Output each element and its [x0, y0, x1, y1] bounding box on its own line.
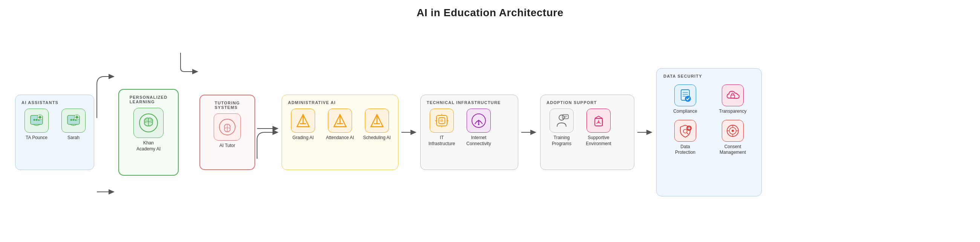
grading-ai-label: Grading AI — [293, 135, 314, 141]
khan-academy-icon — [134, 108, 164, 138]
attendance-ai-label: Attendance AI — [326, 135, 354, 141]
internet-connectivity-icon — [467, 108, 491, 133]
list-item: TrainingPrograms — [547, 108, 577, 146]
administrative-ai-label: ADMINISTRATIVE AI — [288, 100, 392, 105]
training-programs-label: TrainingPrograms — [552, 135, 571, 146]
list-item: Sarah — [59, 108, 89, 141]
personalized-learning-section: PERSONALIZEDLEARNING KhanAcademy AI — [118, 89, 179, 176]
list-item: InternetConnectivity — [464, 108, 494, 146]
svg-point-46 — [478, 124, 479, 125]
adoption-support-label: ADOPTION SUPPORT — [547, 100, 628, 105]
arrow-to-admin — [255, 22, 282, 242]
ai-assistants-items: TA Pounce — [21, 108, 88, 141]
list-item: ConsentManagement — [711, 120, 755, 156]
arrow-to-adoption — [520, 127, 539, 138]
personalized-learning-wrapper: PERSONALIZEDLEARNING KhanAcademy AI — [118, 89, 179, 176]
svg-point-62 — [685, 96, 691, 102]
ta-pounce-label: TA Pounce — [25, 135, 48, 141]
svg-point-15 — [76, 116, 78, 119]
arrow-to-personalized — [95, 65, 118, 133]
attendance-ai-icon — [328, 108, 352, 133]
tutoring-systems-section: TUTORINGSYSTEMS AI Tutor — [199, 95, 255, 170]
data-security-grid: Compliance Transparency — [663, 84, 755, 156]
ai-tutor-item: AI Tutor — [214, 113, 241, 149]
data-security-label: DATA SECURITY — [663, 74, 755, 78]
technical-infrastructure-section: TECHNICAL INFRASTRUCTURE ITInfrastructur… — [420, 95, 518, 170]
list-item: ITInfrastructure — [427, 108, 457, 146]
svg-point-5 — [39, 116, 41, 119]
transparency-icon — [722, 84, 744, 106]
diagram-area: AI ASSISTANTS — [8, 22, 972, 242]
svg-point-1 — [33, 119, 35, 121]
list-item: DataProtection — [663, 120, 707, 156]
adoption-support-items: TrainingPrograms Supportive — [547, 108, 628, 146]
arrows-to-learning — [95, 22, 118, 242]
arrows-to-tutoring — [179, 22, 199, 242]
it-infrastructure-label: ITInfrastructure — [429, 135, 455, 146]
data-security-section: DATA SECURITY Compliance — [656, 68, 762, 196]
list-item: Grading AI — [288, 108, 318, 141]
internet-connectivity-label: InternetConnectivity — [466, 135, 491, 146]
it-infrastructure-icon — [430, 108, 454, 133]
svg-line-65 — [687, 133, 688, 134]
ai-assistants-section: AI ASSISTANTS — [15, 95, 94, 170]
scheduling-ai-label: Scheduling AI — [363, 135, 390, 141]
consent-management-icon — [722, 120, 744, 142]
compliance-icon — [674, 84, 696, 106]
sarah-label: Sarah — [67, 135, 80, 141]
administrative-ai-items: Grading AI Attendance AI — [288, 108, 392, 141]
sarah-icon-box — [61, 108, 86, 133]
list-item: SupportiveEnvironment — [584, 108, 614, 146]
ai-assistants-label: AI ASSISTANTS — [21, 100, 88, 105]
ai-tutor-label: AI Tutor — [220, 143, 235, 149]
compliance-label: Compliance — [673, 108, 697, 115]
khan-academy-label: KhanAcademy AI — [137, 140, 161, 152]
personalized-learning-label: PERSONALIZEDLEARNING — [130, 95, 168, 104]
supportive-environment-icon — [587, 108, 611, 133]
svg-point-75 — [732, 130, 734, 132]
supportive-environment-label: SupportiveEnvironment — [586, 135, 611, 146]
scheduling-ai-icon — [365, 108, 389, 133]
khan-academy-item: KhanAcademy AI — [134, 108, 164, 152]
svg-point-11 — [70, 119, 72, 121]
transparency-label: Transparency — [719, 108, 747, 115]
svg-rect-63 — [731, 95, 735, 98]
svg-point-2 — [36, 119, 38, 121]
svg-point-48 — [559, 115, 564, 120]
list-item: Transparency — [711, 84, 755, 115]
data-protection-icon — [674, 120, 696, 142]
svg-point-12 — [73, 119, 75, 121]
page-title: AI in Education Architecture — [417, 7, 563, 19]
tutoring-label: TUTORINGSYSTEMS — [215, 101, 240, 110]
svg-point-40 — [440, 119, 443, 122]
list-item: Compliance — [663, 84, 707, 115]
arrow-to-tech — [400, 127, 419, 138]
grading-ai-icon — [291, 108, 315, 133]
consent-management-label: ConsentManagement — [719, 144, 746, 156]
arrow-to-data-security — [636, 127, 655, 138]
training-programs-icon — [550, 108, 574, 133]
adoption-support-section: ADOPTION SUPPORT TrainingProg — [540, 95, 634, 170]
list-item: TA Pounce — [21, 108, 52, 141]
ta-pounce-icon-box — [24, 108, 49, 133]
technical-infrastructure-label: TECHNICAL INFRASTRUCTURE — [427, 100, 512, 105]
list-item: Scheduling AI — [362, 108, 392, 141]
list-item: Attendance AI — [325, 108, 355, 141]
ai-tutor-icon — [214, 113, 241, 141]
data-protection-label: DataProtection — [675, 144, 695, 156]
technical-infrastructure-items: ITInfrastructure InternetConnectivity — [427, 108, 512, 146]
administrative-ai-section: ADMINISTRATIVE AI Grading AI — [282, 95, 398, 170]
arrow-to-tutoring — [95, 181, 118, 203]
svg-point-64 — [683, 129, 687, 133]
